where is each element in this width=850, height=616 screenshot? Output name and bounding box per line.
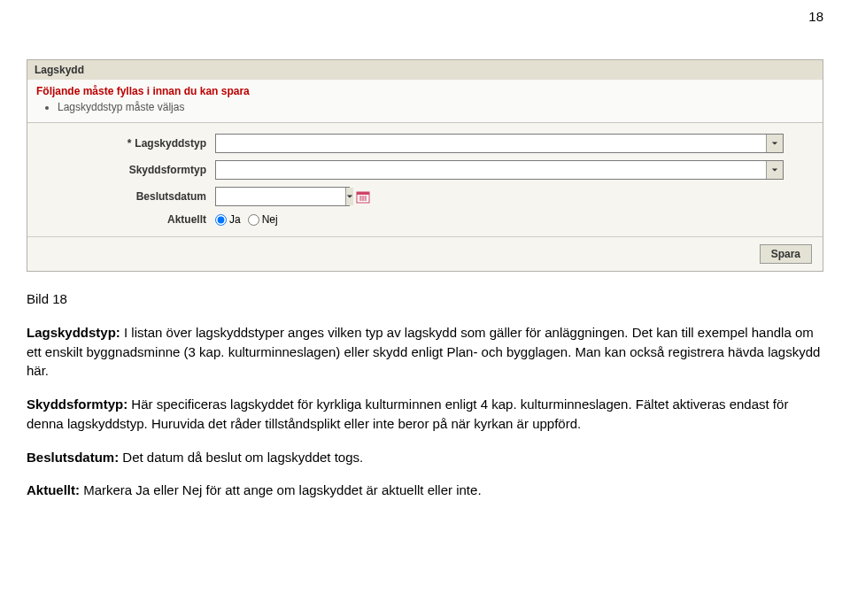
chevron-down-icon[interactable]	[766, 135, 783, 152]
form-body: *Lagskyddstyp Skyddsformtyp	[27, 123, 823, 236]
beslutsdatum-input[interactable]	[216, 188, 345, 205]
skyddsformtyp-input[interactable]	[216, 161, 766, 179]
p1-label: Lagskyddstyp:	[27, 325, 120, 340]
form-footer: Spara	[27, 236, 823, 271]
radio-nej-text: Nej	[262, 213, 278, 226]
body-text: Bild 18 Lagskyddstyp: I listan över lags…	[27, 289, 823, 500]
validation-box: Följande måste fyllas i innan du kan spa…	[27, 80, 823, 123]
form-panel: Lagskydd Följande måste fyllas i innan d…	[27, 59, 823, 272]
label-skyddsformtyp: Skyddsformtyp	[38, 164, 215, 176]
page-number: 18	[0, 0, 850, 24]
beslutsdatum-input-wrap[interactable]	[215, 187, 350, 206]
skyddsformtyp-dropdown[interactable]	[215, 160, 784, 180]
p2-label: Skyddsformtyp:	[27, 397, 128, 412]
label-aktuellt: Aktuellt	[38, 213, 215, 226]
validation-list: Lagskyddstyp måste väljas	[36, 101, 814, 113]
label-text: Lagskyddstyp	[135, 137, 206, 150]
label-lagskyddstyp: *Lagskyddstyp	[38, 137, 215, 150]
required-marker: *	[128, 137, 132, 150]
row-skyddsformtyp: Skyddsformtyp	[27, 157, 823, 183]
p2-text: Här specificeras lagskyddet för kyrkliga…	[27, 397, 788, 431]
row-aktuellt: Aktuellt Ja Nej	[27, 210, 823, 229]
radio-nej-label[interactable]: Nej	[248, 213, 278, 226]
radio-ja[interactable]	[215, 214, 227, 226]
chevron-down-icon[interactable]	[345, 188, 353, 205]
p4-text: Markera Ja eller Nej för att ange om lag…	[80, 482, 482, 497]
para-aktuellt: Aktuellt: Markera Ja eller Nej för att a…	[27, 481, 823, 500]
aktuellt-radio-group: Ja Nej	[215, 213, 278, 226]
para-skyddsformtyp: Skyddsformtyp: Här specificeras lagskydd…	[27, 395, 823, 434]
panel-title: Lagskydd	[27, 60, 823, 80]
lagskyddstyp-input[interactable]	[216, 135, 766, 152]
p1-text: I listan över lagskyddstyper anges vilke…	[27, 325, 820, 379]
row-beslutsdatum: Beslutsdatum	[27, 183, 823, 210]
row-lagskyddstyp: *Lagskyddstyp	[27, 130, 823, 157]
para-lagskyddstyp: Lagskyddstyp: I listan över lagskyddstyp…	[27, 323, 823, 381]
p3-label: Beslutsdatum:	[27, 450, 119, 465]
caption: Bild 18	[27, 289, 823, 309]
radio-nej[interactable]	[248, 214, 259, 226]
chevron-down-icon[interactable]	[766, 161, 783, 179]
radio-ja-text: Ja	[229, 213, 241, 226]
para-beslutsdatum: Beslutsdatum: Det datum då beslut om lag…	[27, 448, 823, 467]
label-beslutsdatum: Beslutsdatum	[38, 190, 215, 203]
calendar-icon[interactable]	[355, 189, 371, 204]
svg-rect-1	[357, 192, 369, 195]
radio-ja-label[interactable]: Ja	[215, 213, 241, 226]
lagskyddstyp-dropdown[interactable]	[215, 134, 784, 153]
save-button[interactable]: Spara	[760, 244, 812, 264]
validation-title: Följande måste fyllas i innan du kan spa…	[36, 85, 814, 97]
p4-label: Aktuellt:	[27, 482, 80, 497]
p3-text: Det datum då beslut om lagskyddet togs.	[119, 450, 363, 465]
validation-item: Lagskyddstyp måste väljas	[58, 101, 814, 113]
